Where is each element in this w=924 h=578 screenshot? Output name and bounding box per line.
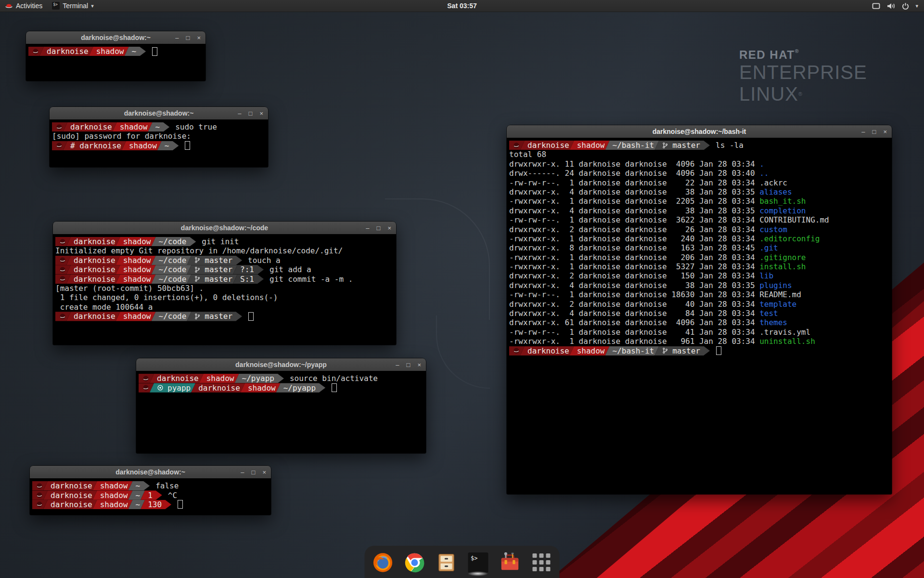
prompt-segment-user: darknoise bbox=[520, 346, 574, 355]
terminal-line: -rwxrwxr-x. 1 darknoise darknoise 961 Ja… bbox=[509, 337, 892, 346]
maximize-button[interactable]: □ bbox=[252, 469, 256, 475]
prompt-segment-path: ~/code bbox=[152, 237, 196, 246]
window-title: darknoise@shadow:~ bbox=[124, 109, 194, 117]
terminal-line: drwxrwxr-x. 4 darknoise darknoise 84 Jan… bbox=[509, 309, 892, 318]
terminal-line: drwxrwxr-x. 2 darknoise darknoise 40 Jan… bbox=[509, 300, 892, 309]
dock-item-app-grid[interactable] bbox=[530, 551, 553, 574]
minimize-button[interactable]: – bbox=[366, 225, 369, 231]
terminal-content[interactable]: darknoiseshadow~falsedarknoiseshadow~1^C… bbox=[30, 478, 271, 515]
maximize-button[interactable]: □ bbox=[407, 362, 411, 368]
activities-button[interactable]: Activities bbox=[0, 0, 47, 12]
terminal-content[interactable]: darknoiseshadow~sudo true[sudo] password… bbox=[50, 119, 268, 167]
titlebar[interactable]: darknoise@shadow:~–□× bbox=[50, 107, 268, 120]
prompt-segment-user: darknoise bbox=[150, 374, 204, 383]
terminal-window-code: darknoise@shadow:~/code–□×darknoiseshado… bbox=[53, 222, 396, 345]
terminal-line: darknoiseshadow~/codemastertouch a bbox=[55, 256, 396, 265]
maximize-button[interactable]: □ bbox=[249, 110, 253, 117]
titlebar[interactable]: darknoise@shadow:~–□× bbox=[30, 466, 271, 479]
prompt-segment-user: darknoise bbox=[191, 383, 245, 392]
window-title: darknoise@shadow:~ bbox=[116, 468, 185, 476]
close-button[interactable]: × bbox=[883, 129, 887, 135]
prompt-segment-user: darknoise bbox=[520, 141, 574, 150]
dock-item-files[interactable] bbox=[435, 551, 458, 574]
maximize-button[interactable]: □ bbox=[873, 129, 876, 135]
system-status-area[interactable]: ▾ bbox=[872, 0, 924, 12]
file-name: completion bbox=[759, 206, 806, 215]
dock-item-firefox[interactable] bbox=[372, 551, 394, 574]
dock-item-chrome[interactable] bbox=[403, 551, 426, 574]
file-name: .travis.yml bbox=[759, 328, 810, 337]
dock-item-toolbox[interactable] bbox=[499, 551, 521, 574]
prompt-segment-user: darknoise bbox=[43, 500, 97, 509]
clock[interactable]: Sat 03:57 bbox=[447, 2, 476, 10]
dock: $> bbox=[365, 546, 560, 578]
file-attributes: -rw-rw-r--. 1 darknoise darknoise 3622 J… bbox=[509, 215, 759, 224]
maximize-button[interactable]: □ bbox=[186, 35, 190, 41]
file-name: lib bbox=[759, 271, 773, 280]
redhat-icon bbox=[36, 501, 43, 508]
close-button[interactable]: × bbox=[387, 225, 391, 231]
prompt-segment-user: darknoise bbox=[66, 312, 120, 321]
redhat-icon bbox=[59, 266, 66, 273]
volume-icon bbox=[886, 2, 896, 10]
terminal-window-exit-codes: darknoise@shadow:~–□×darknoiseshadow~fal… bbox=[30, 466, 271, 515]
branch-icon bbox=[194, 266, 201, 273]
close-button[interactable]: × bbox=[417, 362, 421, 368]
command-text: false bbox=[155, 481, 179, 490]
display-icon bbox=[872, 3, 880, 9]
prompt-segment-user: darknoise bbox=[43, 481, 97, 490]
terminal-content[interactable]: darknoiseshadow~ bbox=[26, 44, 205, 81]
file-attributes: drwx------. 24 darknoise darknoise 4096 … bbox=[509, 169, 759, 178]
dock-item-terminal[interactable]: $> bbox=[467, 551, 489, 574]
terminal-line: 1 file changed, 0 insertions(+), 0 delet… bbox=[55, 293, 396, 302]
terminal-content[interactable]: darknoiseshadow~/codegit initInitialized… bbox=[53, 234, 396, 345]
terminal-window-sudo: darknoise@shadow:~–□×darknoiseshadow~sud… bbox=[50, 107, 268, 167]
terminal-line: -rw-rw-r--. 1 darknoise darknoise 18630 … bbox=[509, 290, 892, 299]
close-button[interactable]: × bbox=[197, 35, 201, 41]
minimize-button[interactable]: – bbox=[238, 110, 241, 117]
terminal-line: drwxrwxr-x. 4 darknoise darknoise 38 Jan… bbox=[509, 206, 892, 215]
prompt-segment-user: darknoise bbox=[63, 122, 117, 131]
registered-mark: ® bbox=[795, 48, 799, 54]
terminal-window-bash-it: darknoise@shadow:~/bash-it–□×darknoisesh… bbox=[507, 125, 892, 494]
window-title: darknoise@shadow:~/code bbox=[181, 224, 268, 232]
file-attributes: -rw-rw-r--. 1 darknoise darknoise 41 Jan… bbox=[509, 328, 759, 337]
terminal-line: -rwxrwxr-x. 1 darknoise darknoise 2205 J… bbox=[509, 197, 892, 206]
window-controls: –□× bbox=[175, 31, 201, 44]
prompt-segment-host: shadow bbox=[241, 383, 281, 392]
maximize-button[interactable]: □ bbox=[377, 225, 381, 231]
terminal-cursor bbox=[152, 47, 157, 56]
command-text: ^C bbox=[168, 491, 177, 500]
titlebar[interactable]: darknoise@shadow:~/bash-it–□× bbox=[507, 125, 892, 138]
terminal-line: pyappdarknoiseshadow~/pyapp bbox=[139, 383, 426, 392]
minimize-button[interactable]: – bbox=[861, 129, 865, 135]
close-button[interactable]: × bbox=[259, 110, 263, 117]
close-button[interactable]: × bbox=[262, 469, 266, 475]
terminal-window-home-small: darknoise@shadow:~–□×darknoiseshadow~ bbox=[26, 31, 205, 81]
terminal-line: [master (root-commit) 50bcb63] . bbox=[55, 284, 396, 293]
file-attributes: -rwxrwxr-x. 1 darknoise darknoise 240 Ja… bbox=[509, 234, 759, 243]
titlebar[interactable]: darknoise@shadow:~/pyapp–□× bbox=[136, 358, 426, 371]
file-name: .. bbox=[759, 169, 769, 178]
prompt-segment-host: shadow bbox=[116, 275, 156, 284]
app-grid-icon bbox=[533, 553, 551, 571]
titlebar[interactable]: darknoise@shadow:~/code–□× bbox=[53, 222, 396, 235]
minimize-button[interactable]: – bbox=[175, 35, 179, 41]
terminal-line: -rw-rw-r--. 1 darknoise darknoise 22 Jan… bbox=[509, 178, 892, 187]
minimize-button[interactable]: – bbox=[241, 469, 244, 475]
prompt-segment-host: shadow bbox=[89, 47, 129, 56]
app-menu-terminal[interactable]: $> Terminal ▾ bbox=[47, 0, 98, 12]
prompt-segment-user: darknoise bbox=[66, 265, 120, 274]
terminal-line: darknoiseshadow~false bbox=[32, 481, 271, 490]
terminal-line: [sudo] password for darknoise: bbox=[52, 131, 268, 141]
terminal-content[interactable]: darknoiseshadow~/bash-itmasterls -latota… bbox=[507, 138, 892, 494]
titlebar[interactable]: darknoise@shadow:~–□× bbox=[26, 31, 205, 44]
file-attributes: drwxrwxr-x. 4 darknoise darknoise 84 Jan… bbox=[509, 309, 759, 318]
terminal-cursor bbox=[716, 346, 721, 355]
terminal-line: # darknoiseshadow~ bbox=[52, 141, 268, 150]
terminal-content[interactable]: darknoiseshadow~/pyappsource bin/activat… bbox=[136, 371, 426, 453]
window-controls: –□× bbox=[366, 222, 391, 234]
terminal-line: darknoiseshadow~/codemaster?:1git add a bbox=[55, 265, 396, 274]
terminal-line: darknoiseshadow~/codemaster bbox=[55, 312, 396, 321]
minimize-button[interactable]: – bbox=[396, 362, 399, 368]
